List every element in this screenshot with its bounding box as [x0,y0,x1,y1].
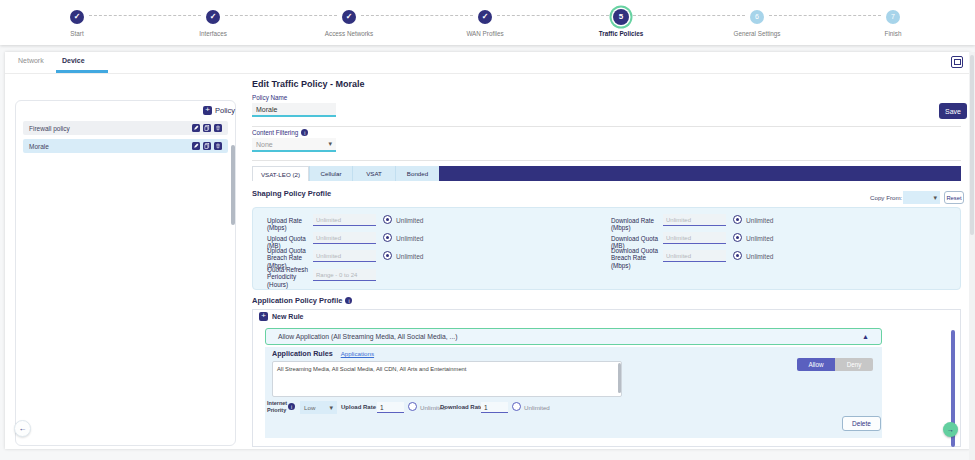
rule-header[interactable]: Allow Application (All Streaming Media, … [265,328,882,345]
content-filtering-select[interactable]: None ▾ [252,138,336,152]
step-number: 7 [886,10,900,24]
step-label: Finish [833,30,953,37]
application-profile-title: Application Policy Profile [252,296,342,305]
policy-name: Firewall policy [29,125,70,132]
application-profile-title-row: Application Policy Profile i [252,296,352,305]
step-label: General Settings [697,30,817,37]
unlimited-label: Unlimited [746,253,773,260]
allow-button[interactable]: Allow [797,358,835,371]
check-icon: ✓ [342,10,356,24]
unlimited-label: Unlimited [396,235,423,242]
new-rule-label: New Rule [272,313,304,320]
unlimited-label: Unlimited [396,253,423,260]
upload-quota-breach-input[interactable] [313,250,376,262]
application-rules-textarea[interactable]: All Streaming Media, All Social Media, A… [272,361,622,397]
deny-button[interactable]: Deny [835,358,873,371]
rule-download-unlimited-radio[interactable] [512,402,521,411]
policy-name: Morale [29,143,49,150]
rule-upload-rate-input[interactable] [377,402,404,413]
tab-network[interactable]: Network [18,57,44,64]
internet-priority-label: Internet Priority [267,400,289,414]
edit-icon[interactable] [192,142,200,150]
info-icon[interactable]: i [288,403,295,410]
copy-icon[interactable] [203,124,211,132]
download-rate-input[interactable] [663,214,726,226]
policy-list-scrollbar[interactable] [231,145,235,225]
tab-vsat[interactable]: VSAT [352,166,395,181]
tabbar-filler [439,166,961,181]
copy-from-label: Copy From: [870,194,902,201]
priority-value: Low [304,404,315,411]
page-scrollbar-thumb[interactable] [970,55,974,235]
download-rate-unlimited-radio[interactable] [733,215,742,224]
delete-icon[interactable] [214,142,222,150]
save-button[interactable]: Save [939,103,967,119]
download-quota-breach-label: Download Quota Breach Rate (Mbps) [611,247,663,269]
step-wan-profiles[interactable]: ✓ WAN Profiles [425,7,545,37]
plus-icon: + [203,106,212,115]
upload-rate-unlimited-radio[interactable] [383,215,392,224]
quota-refresh-input[interactable] [313,269,376,281]
copy-from-select[interactable]: ▾ [903,191,940,204]
check-icon: ✓ [206,10,220,24]
step-general-settings[interactable]: 6 General Settings [697,7,817,37]
step-access-networks[interactable]: ✓ Access Networks [289,7,409,37]
page-title: Edit Traffic Policy - Morale [252,79,365,89]
upload-rate-input[interactable] [313,214,376,226]
step-start[interactable]: ✓ Start [17,7,137,37]
chevron-down-icon: ▾ [329,404,333,412]
download-quota-unlimited-radio[interactable] [733,233,742,242]
arrow-left-icon: ← [19,424,27,433]
divider [252,160,961,161]
add-policy-button[interactable]: + Policy [203,106,235,115]
arrow-right-icon: → [947,426,954,433]
copy-icon[interactable] [203,142,211,150]
rule-upload-unlimited-radio[interactable] [408,402,417,411]
step-finish[interactable]: 7 Finish [833,7,953,37]
next-step-button[interactable]: → [943,422,958,437]
info-icon[interactable]: i [301,129,308,136]
download-quota-breach-input[interactable] [663,250,726,262]
page: ✓ Start ✓ Interfaces ✓ Access Networks ✓… [0,0,975,460]
reset-button[interactable]: Reset [944,191,964,204]
chevron-down-icon: ▾ [328,140,332,148]
application-rules-title: Application Rules [272,349,333,358]
back-button[interactable]: ← [14,420,31,437]
content-filtering-row: Content Filtering i [252,129,308,136]
textarea-scrollbar[interactable] [618,363,621,393]
step-label: Start [17,30,137,37]
policy-name-input[interactable] [252,103,336,117]
step-interfaces[interactable]: ✓ Interfaces [153,7,273,37]
unlimited-label: Unlimited [746,235,773,242]
check-icon: ✓ [70,10,84,24]
download-quota-breach-unlimited-radio[interactable] [733,251,742,260]
tab-vsat-leo[interactable]: VSAT-LEO (2) [252,166,309,181]
tab-device[interactable]: Device [62,57,85,64]
upload-rate-label: Upload Rate (Mbps) [267,217,313,232]
content-filtering-label: Content Filtering [252,129,298,136]
tab-bonded[interactable]: Bonded [395,166,439,181]
tab-cellular[interactable]: Cellular [309,166,352,181]
delete-rule-button[interactable]: Delete [842,416,881,431]
policy-row-firewall[interactable]: Firewall policy [23,121,228,135]
delete-icon[interactable] [214,124,222,132]
step-traffic-policies[interactable]: 5 Traffic Policies [561,7,681,37]
info-icon[interactable]: i [345,297,352,304]
upload-quota-unlimited-radio[interactable] [383,233,392,242]
unlimited-label: Unlimited [396,217,423,224]
upload-quota-input[interactable] [313,232,376,244]
content-filtering-value: None [256,141,273,148]
download-quota-input[interactable] [663,232,726,244]
step-number: 5 [613,9,629,25]
applications-link[interactable]: Applications [341,350,374,357]
rule-download-rate-input[interactable] [481,402,508,413]
new-rule-button[interactable]: + New Rule [259,312,304,321]
step-label: WAN Profiles [425,30,545,37]
collapse-icon[interactable]: ▲ [862,333,869,340]
upload-quota-breach-unlimited-radio[interactable] [383,251,392,260]
edit-icon[interactable] [192,124,200,132]
expand-icon[interactable] [951,56,963,68]
priority-select[interactable]: Low ▾ [300,401,337,414]
download-rate-label: Download Rate (Mbps) [611,217,663,232]
policy-row-morale[interactable]: Morale [23,139,228,153]
